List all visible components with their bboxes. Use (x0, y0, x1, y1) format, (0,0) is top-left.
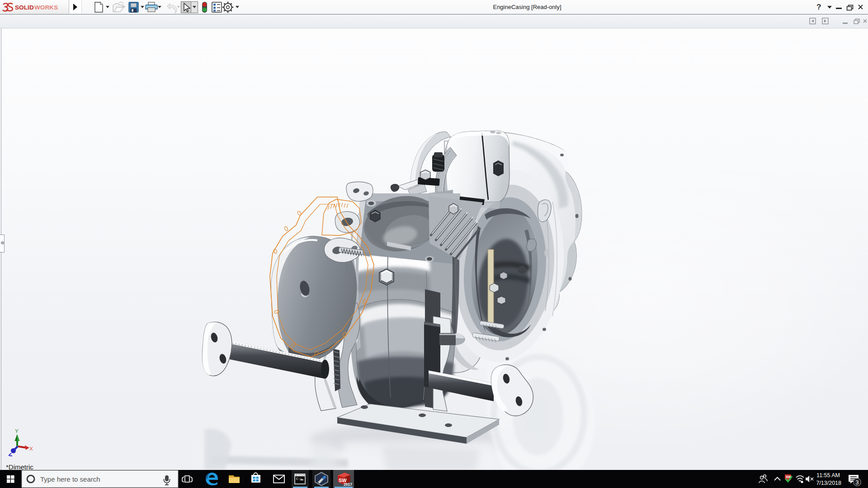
svg-text:?: ? (816, 3, 821, 11)
svg-text:7/13/2018: 7/13/2018 (816, 480, 841, 486)
svg-text:11:55 AM: 11:55 AM (816, 472, 840, 479)
svg-text:3: 3 (856, 479, 859, 486)
svg-text:2017: 2017 (344, 482, 352, 487)
svg-text:C:\: C:\ (296, 477, 302, 481)
svg-text:Type here to search: Type here to search (40, 475, 100, 483)
svg-text:X: X (29, 446, 33, 451)
svg-text:Y: Y (15, 428, 19, 434)
